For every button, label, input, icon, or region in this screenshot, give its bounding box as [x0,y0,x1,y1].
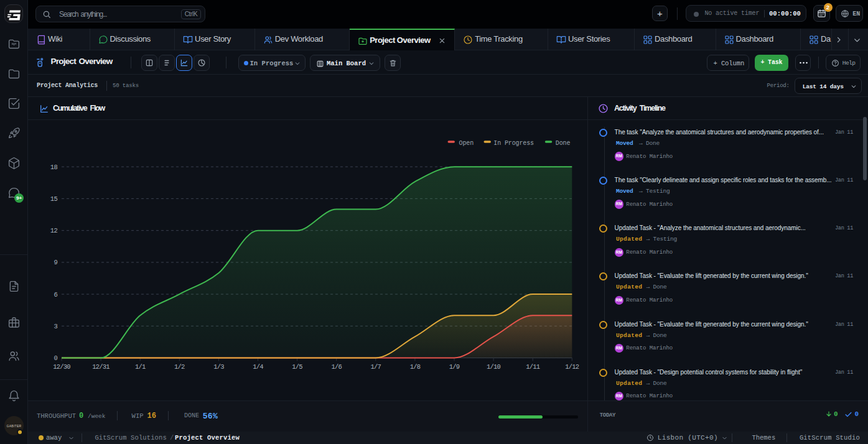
svg-text:9: 9 [54,259,57,266]
svg-text:12/30: 12/30 [53,363,70,371]
svg-text:1/7: 1/7 [371,363,381,371]
svg-text:1/2: 1/2 [174,363,185,371]
svg-text:1/10: 1/10 [487,363,501,371]
svg-text:12/31: 12/31 [92,363,110,371]
svg-text:In Progress: In Progress [493,140,534,147]
svg-text:1/1: 1/1 [135,363,146,371]
svg-text:1/9: 1/9 [449,363,460,371]
svg-text:1/8: 1/8 [410,363,421,371]
svg-text:1/11: 1/11 [526,363,540,371]
svg-text:15: 15 [50,195,58,203]
svg-text:Done: Done [556,140,571,147]
svg-text:3: 3 [54,323,57,330]
svg-text:1/4: 1/4 [253,363,263,371]
svg-text:0: 0 [54,354,57,362]
svg-text:1/12: 1/12 [565,363,579,371]
svg-text:6: 6 [54,291,57,298]
svg-text:1/6: 1/6 [331,363,342,371]
svg-text:1/5: 1/5 [292,363,302,371]
svg-text:1/3: 1/3 [213,363,224,371]
svg-text:Open: Open [459,140,474,147]
svg-text:12: 12 [50,227,58,234]
svg-text:18: 18 [50,164,58,171]
